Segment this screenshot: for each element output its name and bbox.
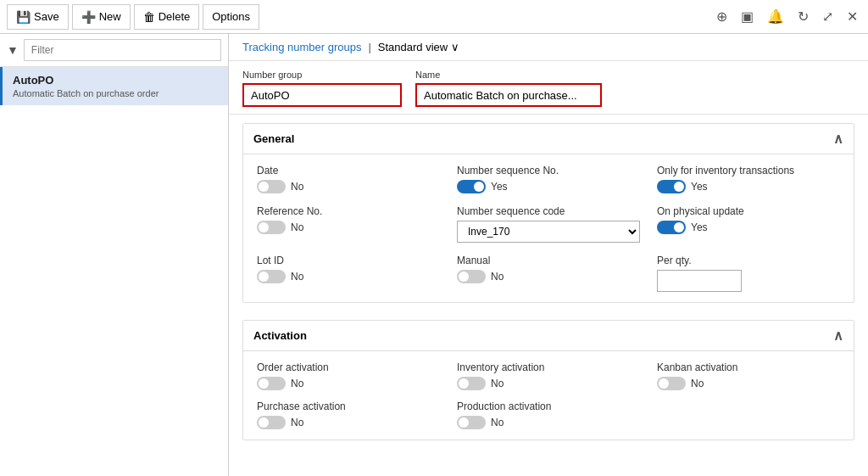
number-seq-no-toggle[interactable]	[457, 180, 486, 193]
chevron-down-icon: ∨	[451, 41, 459, 53]
activation-section-body: Order activation No Inventory activation…	[243, 351, 854, 400]
order-activation-toggle-text: No	[291, 378, 303, 389]
purchase-activation-field: Purchase activation No	[257, 400, 440, 429]
lot-id-toggle-text: No	[291, 271, 303, 283]
settings-icon-btn[interactable]: ▣	[737, 7, 757, 26]
order-activation-toggle[interactable]	[257, 377, 286, 390]
sidebar-toolbar: ▼	[0, 34, 228, 67]
on-physical-update-toggle-text: Yes	[691, 221, 708, 233]
number-seq-code-select[interactable]: Inve_170	[457, 221, 640, 243]
on-physical-update-label: On physical update	[657, 205, 840, 217]
filter-icon[interactable]: ▼	[7, 43, 19, 57]
new-button[interactable]: ➕ New	[72, 4, 131, 30]
help-icon-btn[interactable]: ⊕	[713, 7, 731, 26]
lot-id-toggle[interactable]	[257, 270, 286, 283]
number-seq-no-toggle-wrapper: Yes	[457, 180, 640, 193]
date-toggle-text: No	[291, 181, 303, 193]
date-label: Date	[257, 165, 440, 176]
save-icon: 💾	[16, 10, 31, 24]
activation-collapse-icon[interactable]: ∧	[833, 328, 843, 344]
number-seq-no-toggle-text: Yes	[491, 181, 508, 193]
order-activation-field: Order activation No	[257, 361, 440, 390]
delete-icon: 🗑	[143, 10, 155, 24]
options-button[interactable]: Options	[203, 4, 259, 30]
refresh-icon-btn[interactable]: ↻	[794, 7, 812, 26]
number-seq-no-label: Number sequence No.	[457, 165, 640, 176]
date-toggle-wrapper: No	[257, 180, 440, 193]
content-header: Tracking number groups | Standard view ∨	[229, 34, 868, 61]
breadcrumb-view[interactable]: Standard view ∨	[378, 41, 459, 53]
purchase-activation-toggle[interactable]	[257, 416, 286, 429]
search-input[interactable]	[24, 39, 221, 61]
close-icon-btn[interactable]: ✕	[843, 7, 861, 26]
sidebar: ▼ AutoPO Automatic Batch on purchase ord…	[0, 34, 229, 476]
production-activation-toggle[interactable]	[457, 416, 486, 429]
reference-no-toggle-wrapper: No	[257, 221, 440, 234]
number-group-input[interactable]	[242, 83, 402, 107]
manual-label: Manual	[457, 255, 640, 266]
record-fields: Number group Name	[229, 61, 868, 115]
activation-section-title: Activation	[253, 329, 307, 342]
new-icon: ➕	[81, 10, 96, 24]
kanban-activation-toggle-wrapper: No	[657, 377, 840, 390]
delete-label: Delete	[159, 10, 191, 23]
new-label: New	[99, 10, 121, 23]
activation-section-header[interactable]: Activation ∧	[243, 321, 854, 351]
only-inventory-toggle[interactable]	[657, 180, 686, 193]
name-field: Name	[415, 70, 602, 107]
toolbar-right: ⊕ ▣ 🔔 ↻ ⤢ ✕	[713, 7, 861, 26]
number-seq-code-label: Number sequence code	[457, 205, 640, 217]
kanban-activation-label: Kanban activation	[657, 361, 840, 373]
save-label: Save	[34, 10, 59, 23]
inventory-activation-toggle[interactable]	[457, 377, 486, 390]
on-physical-update-toggle-wrapper: Yes	[657, 221, 840, 234]
options-label: Options	[212, 10, 250, 23]
purchase-activation-toggle-text: No	[291, 417, 303, 428]
sidebar-item-subtitle: Automatic Batch on purchase order	[13, 88, 218, 98]
kanban-activation-toggle-text: No	[691, 378, 704, 389]
manual-toggle[interactable]	[457, 270, 486, 283]
date-field: Date No	[257, 165, 440, 193]
delete-button[interactable]: 🗑 Delete	[134, 4, 200, 30]
inventory-activation-field: Inventory activation No	[457, 361, 640, 390]
general-section-header[interactable]: General ∧	[243, 124, 854, 154]
on-physical-update-field: On physical update Yes	[657, 205, 840, 243]
kanban-activation-field: Kanban activation No	[657, 361, 840, 390]
per-qty-input[interactable]	[657, 270, 742, 292]
sidebar-item-title: AutoPO	[13, 74, 218, 87]
breadcrumb-link[interactable]: Tracking number groups	[242, 41, 361, 53]
lot-id-toggle-wrapper: No	[257, 270, 440, 283]
toolbar: 💾 Save ➕ New 🗑 Delete Options ⊕ ▣ 🔔 ↻ ⤢ …	[0, 0, 868, 34]
save-button[interactable]: 💾 Save	[7, 4, 69, 30]
expand-icon-btn[interactable]: ⤢	[819, 7, 837, 26]
manual-toggle-text: No	[491, 271, 504, 283]
number-seq-code-field: Number sequence code Inve_170	[457, 205, 640, 243]
name-input[interactable]	[415, 83, 602, 107]
sidebar-item-autopo[interactable]: AutoPO Automatic Batch on purchase order	[0, 67, 228, 105]
inventory-activation-toggle-wrapper: No	[457, 377, 640, 390]
order-activation-label: Order activation	[257, 361, 440, 373]
inventory-activation-label: Inventory activation	[457, 361, 640, 373]
on-physical-update-toggle[interactable]	[657, 221, 686, 234]
only-inventory-field: Only for inventory transactions Yes	[657, 165, 840, 193]
lot-id-field: Lot ID No	[257, 255, 440, 292]
kanban-activation-toggle[interactable]	[657, 377, 686, 390]
activation-section: Activation ∧ Order activation No Invento…	[242, 320, 854, 440]
manual-toggle-wrapper: No	[457, 270, 640, 283]
notification-icon-btn[interactable]: 🔔	[764, 7, 787, 26]
production-activation-toggle-wrapper: No	[457, 416, 640, 429]
manual-field: Manual No	[457, 255, 640, 292]
purchase-activation-label: Purchase activation	[257, 400, 440, 412]
number-seq-no-field: Number sequence No. Yes	[457, 165, 640, 193]
reference-no-toggle-text: No	[291, 221, 303, 233]
order-activation-toggle-wrapper: No	[257, 377, 440, 390]
lot-id-label: Lot ID	[257, 255, 440, 266]
breadcrumb-sep: |	[368, 41, 370, 53]
date-toggle[interactable]	[257, 180, 286, 193]
name-label: Name	[415, 70, 602, 80]
number-group-label: Number group	[242, 70, 402, 80]
production-activation-label: Production activation	[457, 400, 640, 412]
general-collapse-icon[interactable]: ∧	[833, 131, 843, 147]
reference-no-toggle[interactable]	[257, 221, 286, 234]
number-group-field: Number group	[242, 70, 402, 107]
